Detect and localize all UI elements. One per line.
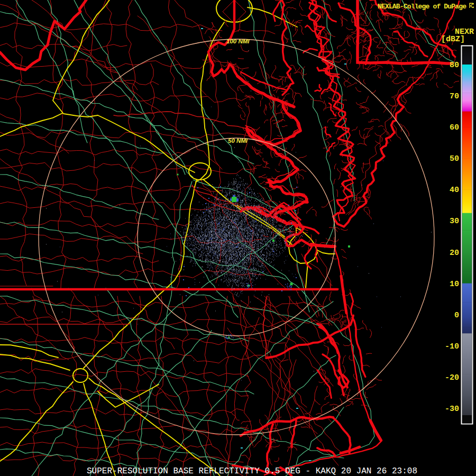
svg-text:0: 0 — [454, 311, 459, 320]
svg-text:100 NMI: 100 NMI — [226, 38, 250, 44]
svg-text:-20: -20 — [445, 373, 459, 382]
svg-text:30: 30 — [450, 217, 459, 226]
svg-text:50: 50 — [450, 154, 459, 163]
svg-text:60: 60 — [450, 123, 459, 132]
svg-text:NEXLAB-College of DuPage: NEXLAB-College of DuPage — [378, 3, 466, 11]
svg-text:10: 10 — [450, 280, 459, 289]
svg-text:-10: -10 — [445, 342, 459, 351]
svg-text:50 NMI: 50 NMI — [228, 138, 248, 144]
svg-text:80: 80 — [450, 61, 459, 70]
svg-text:70: 70 — [450, 92, 459, 101]
svg-text:-30: -30 — [445, 405, 459, 414]
svg-text:20: 20 — [450, 249, 459, 258]
svg-text:SUPER-RESOLUTION BASE REFLECTI: SUPER-RESOLUTION BASE REFLECTIVITY 0.5 D… — [87, 466, 417, 476]
svg-text:[dBZ]: [dBZ] — [441, 35, 465, 44]
svg-text:40: 40 — [450, 186, 459, 195]
